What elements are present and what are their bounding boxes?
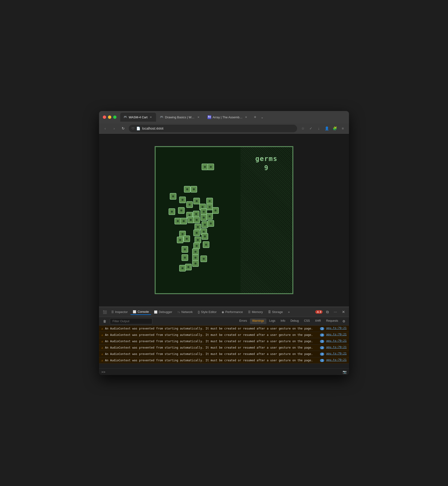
tab-performance[interactable]: ◉ Performance	[219, 309, 245, 315]
nav-actions: ☆ ✓ ↓ 👤 🧩 ≡	[299, 125, 346, 132]
back-button[interactable]: ‹	[102, 125, 108, 132]
content-area: germs 9 ⬛ ☰ Inspector ⬜ Console	[99, 134, 349, 375]
game-container: germs 9	[155, 146, 293, 294]
screenshot-button[interactable]: 📷	[343, 370, 347, 374]
maximize-button[interactable]	[113, 116, 116, 119]
log-source-link[interactable]: apu.ts:79:21	[326, 326, 347, 330]
log-source-link[interactable]: apu.ts:79:21	[326, 339, 347, 343]
console-input[interactable]	[107, 370, 341, 374]
address-bar[interactable]: 🛡 📄 localhost:4444	[129, 125, 297, 132]
filter-warnings[interactable]: Warnings	[250, 318, 266, 324]
filter-requests[interactable]: Requests	[324, 318, 340, 324]
tab-title-3: Array | The AssemblySc	[213, 116, 243, 119]
game-canvas-right: germs 9	[240, 147, 292, 293]
log-repeat-badge: 2	[320, 353, 324, 356]
forward-button[interactable]: ›	[111, 125, 117, 132]
tab-title-2: Drawing Basics | WASM-	[165, 116, 195, 119]
germ-19	[187, 217, 194, 223]
log-message: An AudioContext was prevented from start…	[105, 339, 318, 343]
bookmark-button[interactable]: ☆	[299, 125, 306, 132]
tab-close-1[interactable]: ✕	[149, 115, 153, 119]
console-settings-button[interactable]: ⚙	[341, 318, 347, 324]
log-entry-5: ⚠ An AudioContext was prevented from sta…	[99, 357, 349, 364]
log-source-link[interactable]: apu.ts:79:21	[326, 358, 347, 361]
console-log-area: ⚠ An AudioContext was prevented from sta…	[99, 325, 349, 368]
devtools-close-button[interactable]: ✕	[340, 309, 347, 315]
germ-31	[194, 237, 201, 243]
germ-25	[208, 220, 214, 227]
pocket-button[interactable]: ✓	[307, 125, 314, 132]
network-label: Network	[181, 310, 193, 314]
devtools-options-button[interactable]: ···	[332, 309, 339, 315]
extensions-button[interactable]: 🧩	[332, 125, 338, 132]
tab-debugger[interactable]: ⬜ Debugger	[152, 309, 175, 315]
germ-40	[192, 260, 199, 267]
game-title: germs 9	[255, 154, 278, 172]
menu-button[interactable]: ≡	[340, 125, 346, 132]
tab-network[interactable]: ↑↓ Network	[175, 309, 195, 315]
germ-38	[192, 254, 199, 261]
network-icon: ↑↓	[177, 310, 180, 314]
tab-console[interactable]: ⬜ Console	[130, 309, 151, 315]
close-button[interactable]	[103, 116, 106, 119]
traffic-lights	[103, 116, 116, 119]
filter-css[interactable]: CSS	[302, 318, 312, 324]
console-prompt: >>	[101, 370, 105, 374]
germ-10	[168, 208, 175, 215]
germ-17	[175, 218, 181, 224]
log-source-link[interactable]: apu.ts:79:21	[326, 333, 347, 336]
debugger-label: Debugger	[159, 310, 172, 314]
tab-close-3[interactable]: ✕	[244, 115, 248, 119]
germ-29	[177, 237, 184, 243]
warning-icon: ⚠	[101, 352, 103, 356]
reload-button[interactable]: ↻	[120, 125, 126, 132]
tab-memory[interactable]: ☰ Memory	[246, 309, 265, 315]
tab-style-editor[interactable]: {} Style Editor	[195, 309, 219, 315]
filter-errors[interactable]: Errors	[237, 318, 249, 324]
germ-39	[200, 256, 207, 262]
tab-drawing-basics[interactable]: 🎮 Drawing Basics | WASM- ✕	[157, 113, 204, 122]
console-filter-input[interactable]	[110, 318, 152, 324]
tab-list-button[interactable]: ⌄	[259, 114, 265, 120]
germ-1	[208, 164, 214, 170]
tab-close-2[interactable]: ✕	[197, 115, 200, 119]
storage-icon: 🗄	[268, 310, 271, 314]
germ-18	[180, 218, 187, 224]
filter-logs[interactable]: Logs	[267, 318, 278, 324]
log-repeat-badge: 2	[320, 340, 324, 343]
filter-xhr[interactable]: XHR	[313, 318, 323, 324]
warning-icon: ⚠	[101, 327, 103, 330]
profile-button[interactable]: 👤	[323, 125, 330, 132]
germ-21	[200, 214, 207, 221]
log-entry-4: ⚠ An AudioContext was prevented from sta…	[99, 351, 349, 357]
germ-33	[193, 243, 200, 249]
germ-30	[184, 235, 190, 242]
log-source-link[interactable]: apu.ts:79:21	[326, 352, 347, 355]
filter-tabs: Errors Warnings Logs Info Debug CSS XHR …	[237, 318, 347, 324]
germ-35	[182, 246, 188, 253]
clear-console-button[interactable]: 🗑	[101, 318, 108, 325]
add-tab-button[interactable]: +	[252, 114, 258, 120]
log-repeat-badge: 2	[320, 359, 324, 362]
minimize-button[interactable]	[108, 116, 111, 119]
tab-assembly[interactable]: As Array | The AssemblySc ✕	[204, 113, 251, 122]
germ-42	[185, 264, 192, 270]
log-source-link[interactable]: apu.ts:79:21	[326, 345, 347, 349]
tab-wasm4cart[interactable]: 🎮 WASM-4 Cart ✕	[120, 113, 156, 122]
germ-11	[178, 207, 185, 214]
germ-20	[193, 217, 200, 223]
log-entry-2: ⚠ An AudioContext was prevented from sta…	[99, 338, 349, 345]
log-message: An AudioContext was prevented from start…	[105, 358, 318, 362]
filter-info[interactable]: Info	[278, 318, 288, 324]
download-button[interactable]: ↓	[315, 125, 322, 132]
url-text: localhost:4444	[142, 126, 163, 130]
devtools-duplicate-button[interactable]: ⧉	[324, 309, 331, 315]
germ-0	[202, 164, 208, 170]
tab-storage[interactable]: 🗄 Storage	[266, 309, 285, 315]
tab-inspector[interactable]: ☰ Inspector	[109, 309, 130, 315]
devtools-inspect-button[interactable]: ⬛	[101, 309, 108, 315]
tab-more[interactable]: »	[286, 309, 292, 315]
log-entry-1: ⚠ An AudioContext was prevented from sta…	[99, 332, 349, 338]
filter-debug[interactable]: Debug	[288, 318, 301, 324]
germ-36	[192, 248, 199, 255]
